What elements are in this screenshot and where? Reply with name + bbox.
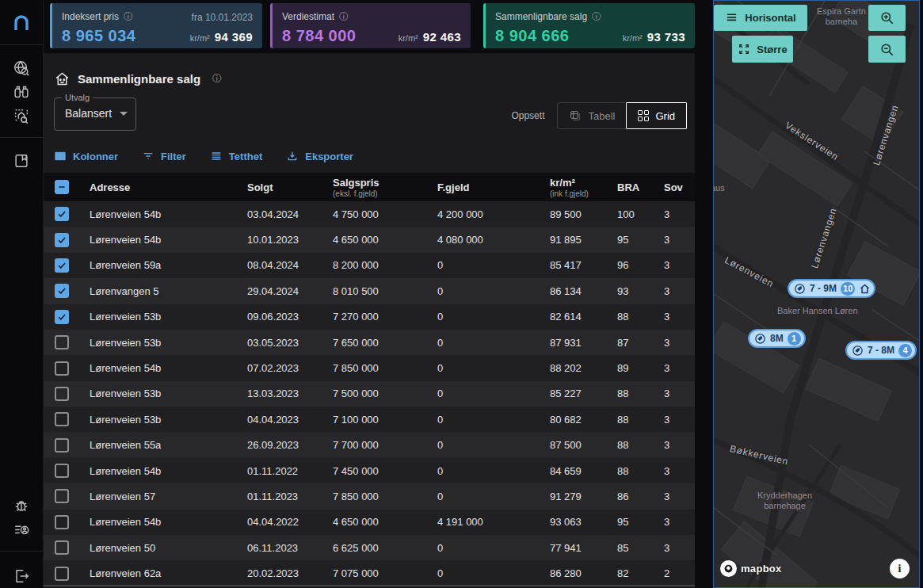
card-label: Indeksert pris bbox=[62, 11, 119, 22]
bookmark-icon[interactable] bbox=[6, 149, 36, 173]
table-row[interactable]: Lørenveien 54b10.01.20234 650 0004 080 0… bbox=[44, 227, 695, 252]
tetthet-button[interactable]: Tetthet bbox=[210, 150, 262, 162]
col-adresse[interactable]: Adresse bbox=[80, 181, 238, 193]
map-cluster-marker[interactable]: 7 - 9M10 bbox=[788, 279, 875, 298]
col-sov[interactable]: Sov bbox=[664, 181, 695, 193]
cell-solgt: 07.02.2023 bbox=[238, 362, 323, 374]
unit-value: 93 733 bbox=[647, 30, 685, 44]
view-tabell-button[interactable]: Tabell bbox=[557, 102, 626, 129]
info-icon[interactable]: ⓘ bbox=[592, 11, 601, 22]
cell-sov: 3 bbox=[664, 259, 695, 271]
cell-adresse: Lørenveien 55a bbox=[80, 439, 238, 451]
row-checkbox[interactable] bbox=[55, 438, 69, 452]
logout-icon[interactable] bbox=[6, 564, 36, 588]
map-attribution-info-icon[interactable]: i bbox=[890, 559, 910, 578]
mapbox-wordmark: mapbox bbox=[741, 563, 782, 575]
table-row[interactable]: Lørenveien 53b04.04.20237 100 000080 682… bbox=[44, 407, 695, 432]
zoom-out-button[interactable] bbox=[868, 36, 906, 63]
row-checkbox[interactable] bbox=[55, 387, 69, 401]
bug-icon[interactable] bbox=[6, 494, 36, 517]
row-checkbox[interactable] bbox=[55, 489, 69, 503]
cell-adresse: Lørenveien 54b bbox=[80, 465, 238, 477]
cell-salgspris: 6 625 000 bbox=[323, 542, 428, 554]
filter-icon bbox=[142, 150, 154, 162]
col-bra[interactable]: BRA bbox=[608, 181, 664, 193]
info-icon[interactable]: ⓘ bbox=[124, 11, 133, 22]
table-row[interactable]: Lørenvangen 529.04.20248 010 500086 1349… bbox=[44, 278, 695, 304]
cell-solgt: 13.03.2023 bbox=[238, 388, 323, 399]
cell-bra: 95 bbox=[608, 516, 664, 528]
unit-label: kr/m² bbox=[623, 33, 643, 43]
filter-button[interactable]: Filter bbox=[142, 150, 186, 162]
cell-krm2: 84 659 bbox=[540, 465, 608, 477]
row-checkbox[interactable] bbox=[55, 361, 69, 376]
col-krm2[interactable]: kr/m²(ink f.gjeld) bbox=[540, 177, 608, 198]
zoom-in-button[interactable] bbox=[868, 5, 906, 31]
map-panel[interactable]: VekslerveienLørenvangenLørenvangenLørenv… bbox=[713, 0, 920, 588]
kolonner-button[interactable]: Kolonner bbox=[54, 150, 118, 162]
row-checkbox[interactable] bbox=[55, 233, 69, 247]
map-cluster-marker[interactable]: 8M1 bbox=[748, 329, 806, 348]
cell-salgspris: 7 700 000 bbox=[323, 439, 428, 451]
marker-count-badge: 4 bbox=[898, 344, 912, 357]
horisontal-button[interactable]: Horisontal bbox=[714, 5, 807, 31]
table-row[interactable]: Lørenveien 53b09.06.20237 270 000082 614… bbox=[44, 304, 695, 330]
map-cluster-marker[interactable]: 7 - 8M4 bbox=[845, 341, 917, 360]
info-icon[interactable]: ⓘ bbox=[212, 72, 222, 86]
eksporter-button[interactable]: Eksporter bbox=[286, 150, 353, 162]
table-row[interactable]: Lørenveien 54b04.04.20224 650 0004 191 0… bbox=[44, 510, 695, 535]
view-grid-button[interactable]: Grid bbox=[626, 102, 687, 129]
cell-krm2: 89 500 bbox=[540, 208, 608, 220]
table-row[interactable]: Lørenveien 55a26.09.20237 700 000087 500… bbox=[44, 433, 695, 458]
row-checkbox[interactable] bbox=[55, 464, 69, 478]
table-row[interactable]: Lørenveien 5701.11.20237 850 000091 2798… bbox=[44, 483, 695, 509]
table-row[interactable]: Lørenveien 54b03.04.20244 750 0004 200 0… bbox=[44, 201, 695, 227]
house-scan-icon[interactable] bbox=[6, 104, 36, 128]
cell-sov: 3 bbox=[664, 414, 695, 426]
horisontal-label: Horisontal bbox=[745, 12, 795, 24]
col-salgspris[interactable]: Salgspris(eksl. f.gjeld) bbox=[323, 177, 428, 198]
cell-adresse: Lørenveien 50 bbox=[80, 542, 238, 554]
row-checkbox[interactable] bbox=[55, 335, 69, 349]
table-row[interactable]: Lørenveien 53b13.03.20237 500 000085 227… bbox=[44, 381, 695, 407]
table-row[interactable]: Lørenveien 62a20.02.20237 075 000086 280… bbox=[44, 560, 695, 586]
explore-search-icon[interactable] bbox=[6, 56, 36, 80]
table-row[interactable]: Lørenveien 54b07.02.20237 850 000088 202… bbox=[44, 355, 695, 380]
support-list-icon[interactable] bbox=[6, 517, 36, 541]
comparable-sales-panel: Sammenlignbare salg ⓘ Utvalg Balansert O… bbox=[44, 53, 695, 588]
cell-bra: 88 bbox=[608, 439, 664, 451]
row-checkbox[interactable] bbox=[55, 515, 69, 529]
table-row[interactable]: Lørenveien 53b03.05.20237 650 000087 931… bbox=[44, 330, 695, 355]
row-checkbox[interactable] bbox=[55, 412, 69, 426]
row-checkbox[interactable] bbox=[55, 207, 69, 221]
row-checkbox[interactable] bbox=[55, 258, 69, 273]
table-footer-divider bbox=[44, 585, 695, 586]
cell-adresse: Lørenveien 53b bbox=[80, 388, 238, 399]
row-checkbox[interactable] bbox=[55, 284, 69, 298]
utvalg-select[interactable]: Utvalg Balansert bbox=[54, 97, 136, 131]
cell-adresse: Lørenveien 53b bbox=[80, 337, 238, 349]
table-row[interactable]: Lørenveien 59a08.04.20248 200 000085 417… bbox=[44, 253, 695, 278]
cell-krm2: 80 682 bbox=[540, 414, 608, 426]
row-checkbox[interactable] bbox=[55, 310, 69, 324]
binoculars-icon[interactable] bbox=[6, 80, 36, 104]
row-checkbox[interactable] bbox=[55, 540, 69, 555]
app-logo-icon[interactable] bbox=[6, 11, 36, 35]
section-title: Sammenlignbare salg bbox=[78, 72, 200, 86]
info-icon[interactable]: ⓘ bbox=[339, 11, 349, 22]
table-row[interactable]: Lørenveien 5006.11.20236 625 000077 9418… bbox=[44, 535, 695, 560]
select-all-checkbox[interactable] bbox=[55, 180, 69, 194]
table-row[interactable]: Lørenveien 54b01.11.20227 450 000084 659… bbox=[44, 458, 695, 483]
cell-adresse: Lørenveien 59a bbox=[80, 259, 238, 271]
col-fgjeld[interactable]: F.gjeld bbox=[428, 181, 540, 193]
chevron-down-icon bbox=[120, 112, 128, 116]
cell-solgt: 06.11.2023 bbox=[238, 542, 323, 554]
mapbox-logo[interactable]: mapbox bbox=[720, 560, 782, 577]
row-checkbox[interactable] bbox=[55, 567, 69, 581]
stats-header: Indeksert prisⓘ fra 10.01.2023 8 965 034… bbox=[44, 0, 695, 53]
rows-icon bbox=[725, 11, 738, 25]
poi-label: Baker Hansen Løren bbox=[777, 306, 858, 316]
cell-adresse: Lørenveien 53b bbox=[80, 414, 238, 426]
col-solgt[interactable]: Solgt bbox=[238, 181, 323, 193]
storre-button[interactable]: Større bbox=[732, 36, 793, 63]
